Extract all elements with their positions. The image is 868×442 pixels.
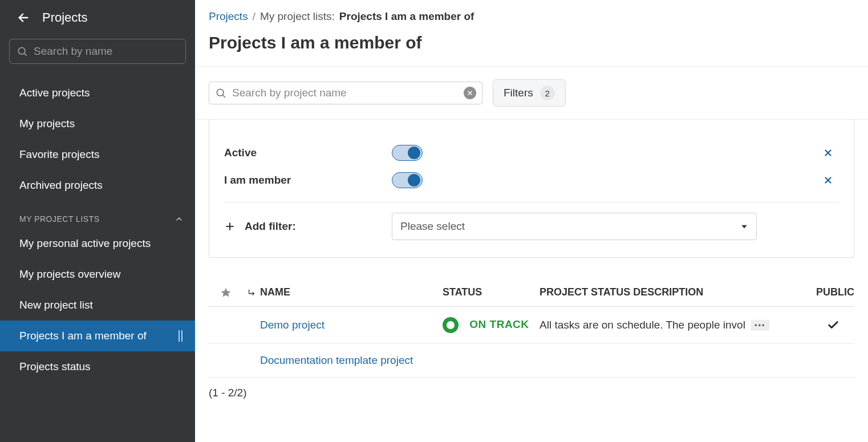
- sidebar-item-new-project-list[interactable]: New project list: [0, 290, 195, 321]
- filter-row-i-am-member: I am member: [224, 167, 839, 194]
- sidebar-item-my-projects-overview[interactable]: My projects overview: [0, 259, 195, 290]
- sidebar-item-label: My projects overview: [19, 268, 120, 281]
- col-hierarchy[interactable]: [243, 289, 260, 297]
- svg-line-6: [223, 95, 225, 98]
- search-icon: [215, 87, 226, 99]
- main: Projects / My project lists: Projects I …: [195, 0, 868, 442]
- ellipsis-icon[interactable]: •••: [751, 320, 769, 331]
- sidebar-item-label: Archived projects: [19, 179, 103, 192]
- filter-row-active: Active: [224, 139, 839, 167]
- toggle-active[interactable]: [392, 145, 423, 161]
- hierarchy-icon: [248, 289, 255, 297]
- sidebar-item-label: New project list: [19, 299, 93, 311]
- col-desc[interactable]: PROJECT STATUS DESCRIPTION: [540, 286, 797, 298]
- page-title: Projects I am a member of: [195, 23, 868, 67]
- svg-line-2: [25, 54, 27, 56]
- status-cell: ON TRACK: [443, 317, 540, 333]
- breadcrumb-root[interactable]: Projects: [209, 10, 248, 23]
- toolbar: Filters 2: [195, 67, 868, 120]
- col-status[interactable]: STATUS: [443, 286, 540, 298]
- table-row: Demo project ON TRACK All tasks are on s…: [209, 307, 854, 344]
- sidebar-item-label: Projects status: [19, 360, 91, 373]
- sidebar-item-label: My projects: [19, 117, 75, 130]
- svg-marker-15: [741, 225, 747, 229]
- toggle-i-am-member[interactable]: [392, 172, 423, 188]
- status-dot-icon: [443, 317, 459, 333]
- svg-rect-4: [181, 330, 182, 342]
- add-filter-select[interactable]: Please select: [392, 213, 757, 240]
- caret-down-icon: [740, 222, 748, 230]
- col-name[interactable]: NAME: [260, 286, 443, 298]
- status-desc: All tasks are on schedule. The people in…: [540, 319, 745, 331]
- add-filter-row: Add filter: Please select: [224, 213, 839, 240]
- filter-label: I am member: [224, 174, 392, 186]
- breadcrumb-sep: /: [253, 10, 255, 23]
- search-icon: [17, 46, 28, 57]
- sidebar-nav: Active projects My projects Favorite pro…: [0, 78, 195, 382]
- svg-point-1: [18, 47, 25, 54]
- filters-panel: Active I am member Add filter:: [209, 120, 854, 258]
- status-label: ON TRACK: [469, 318, 529, 330]
- sidebar: Projects Active projects My projects Fav…: [0, 0, 195, 442]
- svg-point-5: [217, 89, 224, 96]
- col-favorite[interactable]: [209, 287, 243, 298]
- sidebar-search[interactable]: [9, 39, 186, 64]
- sidebar-item-favorite-projects[interactable]: Favorite projects: [0, 139, 195, 170]
- sidebar-item-projects-status[interactable]: Projects status: [0, 351, 195, 382]
- sidebar-item-label: My personal active projects: [19, 237, 151, 250]
- sidebar-title: Projects: [42, 10, 87, 25]
- filter-control: [392, 172, 823, 188]
- filters-label: Filters: [504, 87, 533, 99]
- sidebar-item-my-personal-active-projects[interactable]: My personal active projects: [0, 228, 195, 259]
- breadcrumb-mid: My project lists:: [260, 10, 335, 23]
- check-icon: [827, 319, 839, 331]
- pager: (1 - 2/2): [195, 378, 868, 408]
- sidebar-item-my-projects[interactable]: My projects: [0, 108, 195, 139]
- add-filter-label: Add filter:: [245, 220, 296, 233]
- sidebar-item-label: Favorite projects: [19, 148, 99, 161]
- sidebar-search-input[interactable]: [34, 45, 179, 58]
- sidebar-item-archived-projects[interactable]: Archived projects: [0, 170, 195, 201]
- filter-label: Active: [224, 147, 392, 159]
- sidebar-section-my-project-lists[interactable]: MY PROJECT LISTS: [0, 201, 195, 228]
- svg-marker-16: [221, 287, 231, 297]
- col-public[interactable]: PUBLIC: [797, 286, 854, 298]
- filters-count-badge: 2: [540, 86, 555, 100]
- divider: [224, 202, 839, 202]
- star-icon: [220, 287, 232, 298]
- sidebar-item-label: Projects I am a member of: [19, 330, 147, 342]
- select-placeholder: Please select: [400, 220, 465, 233]
- svg-rect-3: [179, 330, 180, 342]
- project-link[interactable]: Demo project: [260, 319, 325, 331]
- sidebar-item-projects-i-am-a-member-of[interactable]: Projects I am a member of: [0, 321, 195, 351]
- project-search-input[interactable]: [232, 87, 458, 99]
- breadcrumb: Projects / My project lists: Projects I …: [195, 10, 868, 23]
- remove-filter-icon[interactable]: [823, 148, 839, 158]
- sidebar-header: Projects: [0, 0, 195, 31]
- sidebar-section-label: MY PROJECT LISTS: [19, 214, 100, 224]
- back-arrow-icon[interactable]: [17, 11, 30, 24]
- project-search[interactable]: [209, 82, 482, 104]
- remove-filter-icon[interactable]: [823, 175, 839, 185]
- table-header: NAME STATUS PROJECT STATUS DESCRIPTION P…: [209, 286, 854, 307]
- plus-icon: [224, 221, 236, 232]
- table-row: Documentation template project: [209, 344, 854, 378]
- sidebar-item-active-projects[interactable]: Active projects: [0, 78, 195, 108]
- projects-table: NAME STATUS PROJECT STATUS DESCRIPTION P…: [209, 286, 854, 378]
- project-link[interactable]: Documentation template project: [260, 354, 413, 366]
- clear-search-icon[interactable]: [464, 87, 476, 99]
- breadcrumb-current: Projects I am a member of: [339, 10, 474, 23]
- chevron-up-icon: [175, 214, 184, 224]
- filters-button[interactable]: Filters 2: [493, 79, 566, 107]
- filter-control: [392, 145, 823, 161]
- drag-handle-icon[interactable]: [178, 330, 184, 342]
- sidebar-item-label: Active projects: [19, 87, 90, 99]
